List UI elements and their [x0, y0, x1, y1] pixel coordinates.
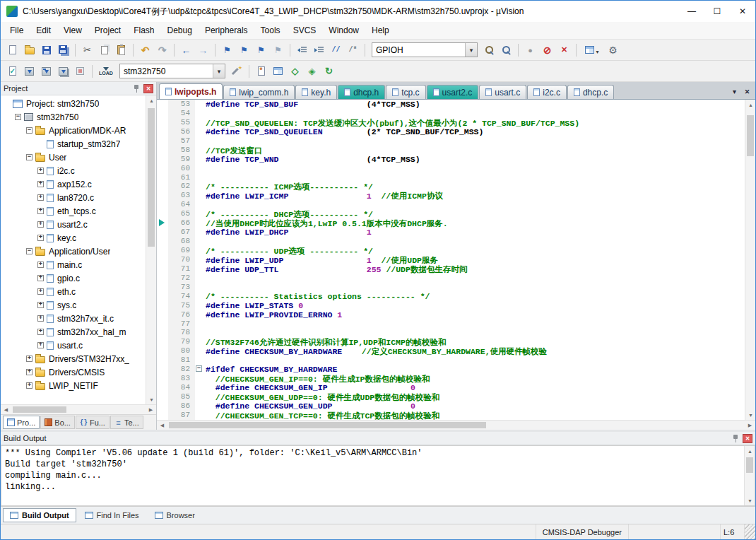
pack-installer-icon[interactable] — [321, 63, 337, 79]
editor-hscrollbar[interactable] — [157, 420, 755, 430]
tree-item[interactable]: +main.c — [1, 258, 146, 271]
editor-tab-lwipopts-h[interactable]: lwipopts.h — [159, 83, 223, 99]
scroll-down-icon[interactable] — [745, 495, 755, 505]
tree-item[interactable]: +lan8720.c — [1, 191, 146, 204]
code-area[interactable]: 53#define TCP_SND_BUF (4*TCP_MSS)5455//T… — [157, 100, 745, 420]
scroll-thumb[interactable] — [169, 422, 486, 428]
code-line[interactable]: 82#ifdef CHECKSUM_BY_HARDWARE — [157, 365, 745, 374]
fold-collapse-icon[interactable] — [196, 365, 202, 372]
code-line[interactable]: 59#define TCP_WND (4*TCP_MSS) — [157, 155, 745, 164]
tree-item[interactable]: Project: stm32h750 — [1, 97, 146, 110]
editor-tab-usart2-c[interactable]: usart2.c — [427, 85, 479, 99]
tree-item[interactable]: +Drivers/CMSIS — [1, 365, 146, 379]
tree-expander-icon[interactable]: + — [37, 262, 44, 268]
close-file-icon[interactable] — [742, 86, 752, 97]
editor-tab-dhcp-c[interactable]: dhcp.c — [567, 85, 614, 99]
close-panel-icon[interactable] — [743, 434, 752, 443]
close-button[interactable]: ✕ — [730, 1, 755, 22]
tree-item[interactable]: +key.c — [1, 231, 146, 245]
menu-svcs[interactable]: SVCS — [287, 23, 323, 37]
code-line[interactable]: 76#define LWIP_PROVIDE_ERRNO 1 — [157, 310, 745, 319]
code-line[interactable]: 53#define TCP_SND_BUF (4*TCP_MSS) — [157, 100, 745, 109]
tree-item[interactable]: +axp152.c — [1, 177, 146, 191]
tree-item[interactable]: +LWIP_NETIF — [1, 379, 146, 392]
tree-item[interactable]: +eth_tcps.c — [1, 204, 146, 218]
tree-expander-icon[interactable]: + — [37, 275, 44, 281]
scroll-right-icon[interactable] — [146, 405, 156, 415]
tree-expander-icon[interactable]: − — [26, 248, 33, 254]
scroll-track[interactable] — [745, 110, 755, 410]
toggle-breakpoint-icon[interactable] — [522, 42, 538, 58]
tree-item[interactable]: +gpio.c — [1, 271, 146, 285]
translate-icon[interactable] — [4, 63, 20, 79]
next-bookmark-icon[interactable] — [253, 42, 269, 58]
scroll-track[interactable] — [146, 105, 156, 394]
manage-rte-icon[interactable] — [287, 63, 303, 79]
panel-tab-bo[interactable]: Bo... — [40, 416, 75, 429]
project-tree-hscrollbar[interactable] — [1, 404, 156, 414]
configure-tools-icon[interactable] — [605, 42, 621, 58]
code-line[interactable]: 71#define UDP_TTL 255 //UDP数据包生存时间 — [157, 264, 745, 274]
scroll-down-icon[interactable] — [146, 394, 157, 404]
scroll-thumb[interactable] — [747, 115, 754, 156]
editor-tab-i2c-c[interactable]: i2c.c — [527, 85, 567, 99]
scroll-track[interactable] — [11, 405, 146, 414]
new-file-icon[interactable] — [4, 42, 20, 58]
panel-tab-fu[interactable]: Fu... — [76, 416, 110, 429]
code-line[interactable]: 73 — [157, 283, 745, 292]
menu-peripherals[interactable]: Peripherals — [199, 23, 254, 37]
rebuild-icon[interactable] — [38, 63, 54, 79]
tree-expander-icon[interactable]: + — [37, 168, 44, 174]
scroll-track[interactable] — [745, 456, 755, 495]
scroll-thumb[interactable] — [13, 406, 66, 413]
code-line[interactable]: 86 #define CHECKSUM_GEN_UDP 0 — [157, 401, 745, 411]
tree-expander-icon[interactable]: + — [37, 221, 44, 228]
tree-expander-icon[interactable]: + — [26, 369, 33, 375]
code-line[interactable]: 66//当使用DHCP时此位应该为1,LwIP 0.5.1版本中没有DHCP服务… — [157, 218, 745, 228]
editor-tab-tcp-c[interactable]: tcp.c — [386, 85, 425, 99]
tree-item[interactable]: +stm32h7xx_it.c — [1, 312, 146, 325]
scroll-up-icon[interactable] — [745, 446, 755, 456]
symbol-combo[interactable]: GPIOH — [372, 42, 478, 57]
tree-item[interactable]: −Application/MDK-AR — [1, 124, 146, 137]
resize-grip[interactable] — [745, 524, 755, 539]
tree-item[interactable]: +stm32h7xx_hal_m — [1, 325, 146, 339]
comment-selection-icon[interactable] — [328, 42, 344, 58]
scroll-down-icon[interactable] — [745, 410, 756, 420]
environment-icon[interactable] — [270, 63, 286, 79]
editor-tab-key-h[interactable]: key.h — [295, 85, 337, 99]
pin-icon[interactable] — [731, 434, 740, 443]
title-bar[interactable]: C:\Users\yangxu\Desktop\iCore4T例子\udp&tc… — [1, 1, 755, 22]
paste-icon[interactable] — [113, 42, 129, 58]
editor-vscrollbar[interactable] — [745, 100, 755, 420]
manage-project-items-icon[interactable] — [304, 63, 320, 79]
code-line[interactable]: 65/* ---------- DHCP选项---------- */ — [157, 209, 745, 218]
tree-item[interactable]: +sys.c — [1, 298, 146, 312]
tree-expander-icon[interactable]: − — [26, 127, 33, 134]
code-line[interactable]: 54 — [157, 109, 745, 118]
tree-item[interactable]: startup_stm32h7 — [1, 137, 146, 151]
editor-tab-dhcp-h[interactable]: dhcp.h — [338, 85, 385, 99]
tree-item[interactable]: −Application/User — [1, 245, 146, 258]
code-line[interactable]: 74/* ---------- Statistics options -----… — [157, 292, 745, 301]
uncomment-selection-icon[interactable] — [345, 42, 361, 58]
options-for-target-icon[interactable] — [229, 63, 245, 79]
code-line[interactable]: 56#define TCP_SND_QUEUELEN (2* TCP_SND_B… — [157, 127, 745, 136]
code-line[interactable]: 84 #define CHECKSUM_GEN_IP 0 — [157, 383, 745, 392]
menu-file[interactable]: File — [4, 23, 30, 37]
download-icon[interactable]: LOAD — [96, 63, 116, 79]
chevron-down-icon[interactable] — [213, 64, 225, 78]
tree-expander-icon[interactable]: + — [37, 181, 44, 187]
window-layout-icon[interactable] — [580, 42, 604, 58]
scroll-thumb[interactable] — [746, 457, 753, 473]
close-panel-icon[interactable] — [143, 84, 153, 93]
menu-window[interactable]: Window — [322, 23, 365, 37]
indent-icon[interactable] — [311, 42, 327, 58]
code-line[interactable]: 68 — [157, 237, 745, 246]
panel-tab-pro[interactable]: Pro... — [3, 416, 40, 429]
tree-expander-icon[interactable]: + — [37, 329, 44, 335]
tree-item[interactable]: +usart.c — [1, 339, 146, 352]
tree-item[interactable]: +i2c.c — [1, 164, 146, 177]
code-line[interactable]: 62/* ---------- ICMP选项---------- */ — [157, 182, 745, 191]
code-line[interactable]: 77 — [157, 319, 745, 329]
